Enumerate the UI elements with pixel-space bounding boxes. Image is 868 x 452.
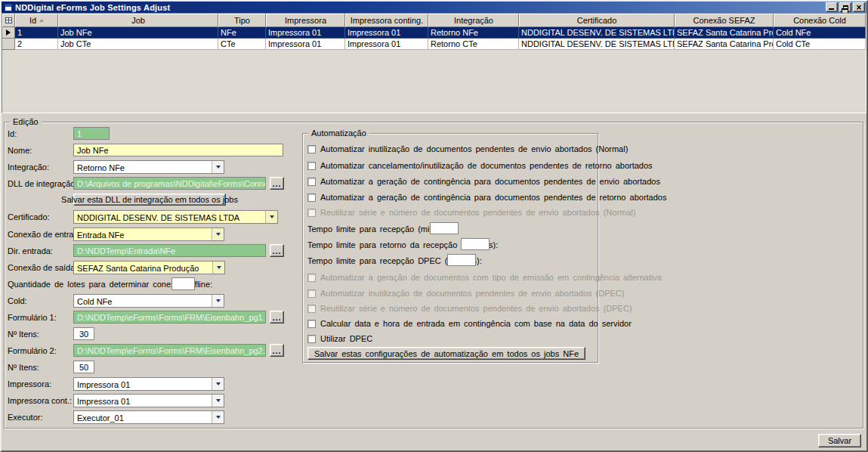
formulario1-browse-button[interactable]: ... (270, 311, 284, 324)
impressora-cont-combobox[interactable]: Impressora 01 (73, 394, 224, 407)
nome-label: Nome: (8, 146, 32, 155)
checkbox-automatizar-cancelamento-inutiliza-o-de-[interactable] (307, 162, 316, 170)
impressora-value: Impressora 01 (77, 380, 130, 389)
column-header-conex-o-cold[interactable]: Conexão Cold (774, 14, 866, 27)
dll-browse-button[interactable]: ... (270, 177, 284, 190)
restore-button[interactable] (839, 2, 851, 12)
column-header-label: Conexão Cold (793, 16, 846, 25)
app-icon (5, 4, 12, 11)
nome-value: Job NFe (77, 146, 109, 155)
save-automation-all-jobs-label: Salvar estas configurações de automatiza… (314, 349, 579, 358)
title-bar: NDDigital eForms Job Settings Adjust × (2, 2, 866, 13)
input-tempo-limite-para-recep-o-dpec-minutos[interactable] (447, 254, 476, 266)
certificado-value: NDDIGITAL DESENV. DE SISTEMAS LTDA (77, 213, 239, 222)
conexao-saida-label: Conexão de saída: (8, 263, 77, 272)
app-window: NDDigital eForms Job Settings Adjust × I… (0, 0, 868, 452)
column-header-tipo[interactable]: Tipo (218, 14, 266, 27)
id-field: 1 (73, 127, 110, 140)
automation-checkbox-row: Automatizar a geração de contingência pa… (307, 176, 660, 187)
checkbox-label: Automatizar inutilização de documentos p… (320, 289, 624, 298)
impressora-cont-dropdown-button[interactable] (212, 395, 224, 407)
cell-impressora: Impressora 01 (266, 39, 345, 50)
dir-entrada-browse-button[interactable]: ... (270, 244, 284, 257)
n-itens2-value: 50 (79, 363, 88, 372)
cell-integra-o: Retorno CTe (428, 39, 519, 50)
grid-customize-button[interactable] (2, 14, 15, 27)
save-button[interactable]: Salvar (818, 434, 861, 447)
formulario2-browse-label: ... (272, 346, 281, 355)
integracao-dropdown-button[interactable] (212, 161, 224, 173)
chevron-down-icon (216, 166, 221, 169)
qtd-lotes-input[interactable] (171, 277, 195, 290)
automatizacao-group-title: Automatização (308, 128, 369, 138)
certificado-combobox[interactable]: NDDIGITAL DESENV. DE SISTEMAS LTDA (73, 210, 278, 224)
conexao-saida-dropdown-button[interactable] (212, 262, 224, 274)
grid-rows: 1Job NFeNFeImpressora 01Impressora 01Ret… (2, 27, 866, 50)
column-header-impressora-conting[interactable]: Impressora conting. (345, 14, 428, 27)
chevron-down-icon (216, 382, 221, 385)
conexao-entrada-dropdown-button[interactable] (212, 228, 224, 240)
id-value: 1 (77, 129, 82, 138)
executor-dropdown-button[interactable] (212, 411, 224, 423)
dll-label: DLL de integração: (8, 179, 78, 188)
table-row[interactable]: 2Job CTeCTeImpressora 01Impressora 01Ret… (2, 39, 866, 50)
column-header-impressora[interactable]: Impressora (266, 14, 345, 27)
cold-combobox[interactable]: Cold NFe (73, 294, 224, 308)
dir-entrada-label: Dir. entrada: (8, 246, 53, 255)
close-button[interactable]: × (853, 2, 865, 12)
impressora-cont-value: Impressora 01 (77, 397, 130, 406)
automation-checkbox-row: Calcular data e hora de entrada em conti… (307, 318, 632, 329)
conexao-saida-combobox[interactable]: SEFAZ Santa Catarina Produção (73, 261, 225, 274)
chevron-down-icon (217, 266, 221, 269)
cell-certificado: NDDIGITAL DESENV. DE SISTEMAS LTDA (519, 27, 675, 39)
selected-row-arrow-icon (6, 29, 11, 36)
cold-label: Cold: (8, 296, 27, 305)
checkbox-automatizar-a-gera-o-de-documentos-com-t (307, 274, 316, 282)
formulario2-field: D:\NDDTemp\eForms\Forms\FRM\Eisenbahn_pg… (73, 344, 266, 357)
cold-dropdown-button[interactable] (212, 295, 224, 307)
cell-impressora-conting: Impressora 01 (345, 39, 428, 50)
minimize-button[interactable] (826, 2, 838, 12)
cell-conex-o-cold: Cold CTe (774, 39, 866, 50)
dll-browse-label: ... (272, 179, 281, 188)
column-header-certificado[interactable]: Certificado (519, 14, 675, 27)
formulario2-browse-button[interactable]: ... (270, 344, 284, 357)
save-button-label: Salvar (828, 436, 851, 445)
checkbox-utilizar-dpec[interactable] (307, 335, 316, 343)
column-header-job[interactable]: Job (58, 14, 218, 27)
checkbox-reutilizar-s-rie-e-n-mero-de-documentos- (307, 209, 316, 217)
save-automation-all-jobs-button[interactable]: Salvar estas configurações de automatiza… (307, 347, 585, 360)
impressora-combobox[interactable]: Impressora 01 (73, 377, 224, 391)
formulario2-value: D:\NDDTemp\eForms\Forms\FRM\Eisenbahn_pg… (77, 346, 266, 355)
input-tempo-limite-para-retorno-da-recep-o-min[interactable] (461, 238, 490, 250)
checkbox-automatizar-a-gera-o-de-conting-ncia-par[interactable] (307, 178, 316, 186)
impressora-dropdown-button[interactable] (212, 378, 224, 390)
executor-combobox[interactable]: Executor_01 (73, 410, 224, 424)
certificado-dropdown-button[interactable] (265, 211, 277, 223)
checkbox-automatizar-a-gera-o-de-conting-ncia-par[interactable] (307, 193, 316, 202)
column-header-conex-o-sefaz[interactable]: Conexão SEFAZ (675, 14, 774, 27)
n-itens1-input[interactable]: 30 (73, 327, 94, 340)
column-header-label: Certificado (577, 16, 617, 25)
n-itens2-input[interactable]: 50 (73, 361, 94, 373)
checkbox-label: Automatizar a geração de contingência pa… (320, 193, 666, 202)
column-header-label: Job (131, 16, 145, 25)
column-header-id[interactable]: Id (15, 14, 58, 27)
automation-checkbox-row: Reutilizar série e número de documentos … (307, 207, 635, 218)
input-tempo-limite-para-recep-o-minutos[interactable] (430, 222, 459, 234)
minimize-icon (829, 8, 834, 10)
conexao-entrada-combobox[interactable]: Entrada NFe (73, 228, 224, 241)
column-header-label: Conexão SEFAZ (693, 16, 755, 25)
checkbox-calcular-data-e-hora-de-entrada-em-conti[interactable] (307, 320, 316, 328)
save-dll-all-jobs-button[interactable]: Salvar esta DLL de integração em todos o… (73, 193, 226, 206)
grid-customize-icon (5, 17, 12, 23)
integracao-combobox[interactable]: Retorno NFe (73, 160, 224, 174)
checkbox-automatizar-inutiliza-o-de-documentos-pe[interactable] (307, 145, 316, 153)
impressora-label: Impressora: (8, 379, 51, 389)
column-header-integra-o[interactable]: Integração (428, 14, 519, 27)
nome-input[interactable]: Job NFe (73, 144, 283, 156)
cell-impressora: Impressora 01 (266, 27, 345, 39)
automation-checkbox-row: Automatizar a geração de contingência pa… (307, 192, 666, 203)
integracao-label: Integração: (8, 163, 49, 172)
table-row[interactable]: 1Job NFeNFeImpressora 01Impressora 01Ret… (2, 27, 866, 39)
